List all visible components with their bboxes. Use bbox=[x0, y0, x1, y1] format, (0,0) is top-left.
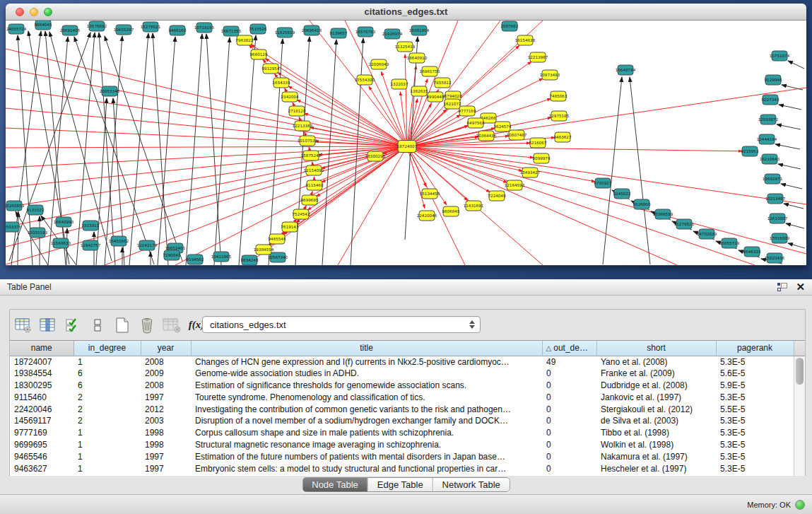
graph-node[interactable]: 16640998 bbox=[54, 217, 74, 227]
graph-node[interactable]: 15134458 bbox=[420, 189, 440, 199]
graph-node[interactable]: 11431691 bbox=[464, 201, 484, 211]
graph-node[interactable]: 11825619 bbox=[275, 28, 295, 37]
graph-node[interactable]: 7955812 bbox=[434, 78, 452, 88]
zoom-window-button[interactable] bbox=[44, 8, 52, 16]
minimize-window-button[interactable] bbox=[30, 8, 38, 16]
graph-node[interactable]: 24055724 bbox=[6, 24, 27, 34]
graph-node[interactable]: 19384554 bbox=[254, 245, 274, 255]
graph-node[interactable]: 9245022 bbox=[613, 189, 631, 199]
graph-node[interactable]: 20503376 bbox=[6, 222, 22, 232]
graph-node[interactable]: 17015089 bbox=[770, 233, 790, 243]
column-header-in-degree[interactable]: in_degree bbox=[73, 341, 141, 356]
table-row[interactable]: 946362711997Embryonic stem cells: a mode… bbox=[10, 462, 794, 474]
graph-node[interactable]: 7963822 bbox=[236, 35, 254, 45]
graph-node[interactable]: 15493427 bbox=[520, 168, 541, 177]
graph-node[interactable]: 1362635 bbox=[411, 86, 428, 96]
network-canvas[interactable]: 2405572496640452069140613576892106552871… bbox=[6, 21, 806, 265]
graph-node[interactable]: 22420046 bbox=[417, 211, 437, 221]
column-header-name[interactable]: name bbox=[10, 341, 73, 356]
graph-node[interactable]: 15751074 bbox=[770, 51, 790, 61]
network-window-titlebar[interactable]: citations_edges.txt bbox=[6, 4, 806, 21]
graph-node[interactable]: 9664045 bbox=[35, 21, 52, 30]
graph-node[interactable]: 12154099 bbox=[304, 165, 324, 175]
row-height-button[interactable] bbox=[88, 316, 107, 334]
graph-node[interactable]: 16210643 bbox=[760, 154, 780, 164]
graph-node[interactable]: 10973493 bbox=[540, 70, 560, 80]
graph-node[interactable]: 16570763 bbox=[355, 27, 376, 37]
graph-node[interactable]: 9194562 bbox=[187, 255, 204, 264]
graph-node[interactable]: 15023436 bbox=[765, 253, 785, 263]
graph-node[interactable]: 3315911 bbox=[82, 221, 100, 230]
graph-node[interactable]: 12093872 bbox=[758, 115, 778, 124]
float-panel-icon[interactable] bbox=[777, 283, 787, 291]
graph-node[interactable]: 13576892 bbox=[87, 21, 107, 31]
graph-node[interactable]: 7619143 bbox=[281, 222, 299, 232]
graph-node[interactable]: 12942757 bbox=[81, 240, 101, 250]
graph-node[interactable]: 3624574 bbox=[494, 122, 512, 132]
graph-node[interactable]: 17554300 bbox=[355, 75, 375, 85]
graph-node[interactable]: 11279521 bbox=[674, 219, 695, 229]
graph-node[interactable]: 26260859 bbox=[6, 201, 25, 211]
table-scrollbar[interactable] bbox=[794, 356, 805, 476]
graph-node[interactable]: 6497568 bbox=[467, 118, 485, 128]
graph-node[interactable]: 2342004 bbox=[281, 92, 299, 102]
graph-node[interactable]: 18300295 bbox=[365, 151, 386, 161]
graph-node[interactable]: 10655287 bbox=[114, 25, 134, 35]
graph-node[interactable]: 1322037 bbox=[391, 79, 408, 89]
graph-node[interactable]: 12164593 bbox=[505, 180, 525, 190]
table-row[interactable]: 2242004622012Investigating the contribut… bbox=[10, 403, 794, 415]
graph-node[interactable]: 20696418 bbox=[302, 25, 322, 35]
column-header-year[interactable]: year bbox=[141, 341, 191, 356]
close-window-button[interactable] bbox=[16, 8, 24, 16]
memory-indicator-icon[interactable] bbox=[795, 500, 805, 510]
graph-node[interactable]: 18724007 bbox=[397, 141, 418, 153]
graph-node[interactable]: 2718120 bbox=[288, 106, 306, 116]
graph-node[interactable]: 16671355 bbox=[221, 26, 242, 36]
graph-node[interactable]: 2087682 bbox=[501, 21, 519, 31]
graph-node[interactable]: 12444194 bbox=[757, 134, 777, 144]
graph-node[interactable]: 10366599 bbox=[653, 209, 673, 219]
graph-node[interactable]: 9466160 bbox=[169, 25, 187, 35]
graph-node[interactable]: 12213363 bbox=[293, 121, 313, 131]
graph-node[interactable]: 9227343 bbox=[762, 95, 779, 105]
select-attributes-button[interactable] bbox=[64, 316, 82, 334]
graph-node[interactable]: 9131522 bbox=[27, 205, 45, 215]
graph-node[interactable]: 9463627 bbox=[554, 132, 572, 142]
graph-node[interactable]: 16055719 bbox=[719, 238, 740, 248]
new-document-button[interactable] bbox=[113, 316, 131, 334]
graph-node[interactable]: 20053346 bbox=[100, 86, 120, 96]
column-header-title[interactable]: title bbox=[191, 341, 542, 356]
graph-node[interactable]: 18381904 bbox=[409, 25, 430, 35]
graph-node[interactable]: 7485063 bbox=[550, 91, 567, 101]
scrollbar-thumb[interactable] bbox=[796, 358, 804, 385]
graph-node[interactable]: 9465546 bbox=[269, 234, 286, 244]
graph-node[interactable]: 7524542 bbox=[293, 209, 310, 219]
graph-node[interactable]: 7290041 bbox=[163, 250, 181, 260]
graph-node[interactable]: 12242179 bbox=[137, 240, 158, 250]
graph-node[interactable]: 9660128 bbox=[250, 49, 268, 59]
graph-node[interactable]: 7615526 bbox=[249, 24, 267, 34]
graph-node[interactable]: 12975185 bbox=[549, 111, 570, 121]
graph-node[interactable]: 20691406 bbox=[60, 25, 81, 35]
graph-node[interactable]: 15692971 bbox=[763, 174, 783, 184]
table-row[interactable]: 977716911998Corpus callosum shape and si… bbox=[10, 427, 794, 439]
graph-node[interactable]: 10719195 bbox=[194, 23, 215, 33]
graph-node[interactable]: 12610007 bbox=[767, 214, 788, 223]
graph-node[interactable]: 16648794 bbox=[616, 65, 636, 75]
graph-node[interactable]: 9777169 bbox=[459, 106, 476, 116]
graph-node[interactable]: 20364436 bbox=[476, 131, 497, 141]
graph-node[interactable]: 9215953 bbox=[741, 146, 759, 156]
graph-node[interactable]: 10807487 bbox=[507, 130, 527, 140]
tab-node-table[interactable]: Node Table bbox=[302, 478, 368, 491]
table-row[interactable]: 1872400712008Changes of HCN gene express… bbox=[10, 356, 794, 368]
column-settings-button[interactable] bbox=[14, 316, 33, 334]
graph-node[interactable]: 6216067 bbox=[529, 138, 547, 148]
table-row[interactable]: 1830029562008Estimation of significance … bbox=[10, 380, 794, 392]
graph-node[interactable]: 9990448 bbox=[427, 92, 445, 102]
graph-node[interactable]: 14702039 bbox=[697, 229, 717, 239]
graph-node[interactable]: 8834248 bbox=[241, 255, 259, 265]
tab-network-table[interactable]: Network Table bbox=[433, 478, 510, 491]
close-panel-icon[interactable]: ✕ bbox=[796, 283, 805, 291]
show-columns-button[interactable] bbox=[39, 316, 57, 334]
graph-node[interactable]: 8626800 bbox=[633, 199, 651, 209]
